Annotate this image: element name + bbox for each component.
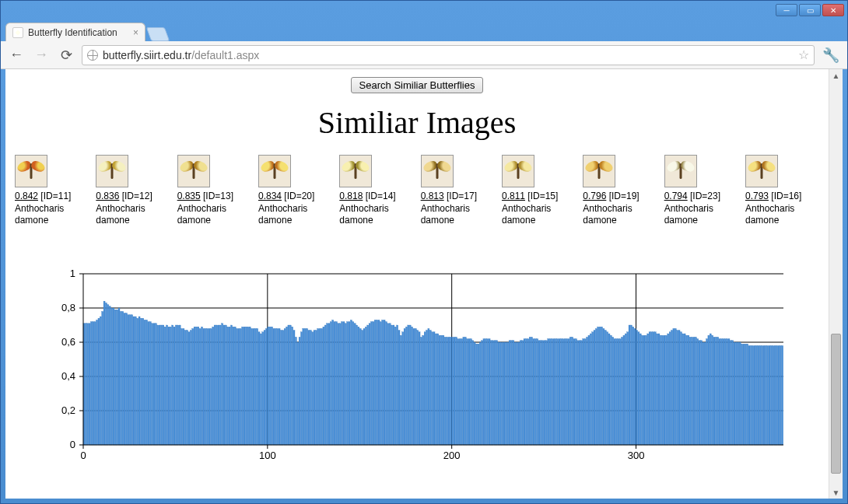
svg-rect-89 (233, 327, 234, 445)
bookmark-star-icon[interactable]: ☆ (798, 47, 809, 62)
svg-rect-55 (170, 327, 171, 445)
svg-rect-195 (428, 328, 429, 445)
svg-rect-295 (612, 337, 614, 445)
close-window-button[interactable]: ✕ (822, 4, 844, 16)
scroll-up-arrow-icon[interactable]: ▲ (829, 69, 843, 82)
svg-rect-235 (502, 342, 503, 445)
result-thumbnail[interactable] (745, 155, 778, 187)
url-path: /default1.aspx (191, 49, 259, 61)
svg-rect-82 (219, 325, 221, 445)
new-tab-button[interactable] (146, 27, 170, 41)
svg-rect-310 (640, 334, 641, 445)
svg-rect-315 (649, 332, 650, 445)
result-thumbnail[interactable] (96, 155, 128, 187)
result-id: [ID=13] (201, 191, 233, 201)
svg-rect-250 (529, 337, 531, 445)
result-thumbnail[interactable] (502, 155, 534, 187)
svg-rect-140 (327, 324, 328, 445)
svg-rect-187 (413, 328, 415, 445)
tab-close-icon[interactable]: × (133, 27, 138, 38)
result-score[interactable]: 0.836 (96, 191, 119, 201)
result-score[interactable]: 0.794 (664, 191, 688, 201)
svg-rect-299 (619, 338, 621, 444)
result-item: 0.811 [ID=15]Anthocharis damone (502, 155, 576, 227)
result-thumbnail[interactable] (258, 155, 291, 187)
result-thumbnail[interactable] (177, 155, 210, 187)
vertical-scrollbar[interactable]: ▲ ▼ (829, 69, 843, 499)
svg-rect-331 (678, 330, 680, 444)
svg-rect-20 (105, 303, 107, 445)
back-button[interactable]: ← (7, 46, 26, 65)
svg-rect-148 (342, 321, 343, 444)
svg-rect-39 (140, 318, 142, 445)
svg-rect-224 (482, 341, 483, 445)
svg-rect-341 (697, 338, 699, 444)
minimize-button[interactable]: ─ (776, 4, 797, 16)
svg-rect-272 (569, 337, 571, 445)
result-score[interactable]: 0.793 (745, 191, 769, 201)
browser-tab[interactable]: Butterfly Identification × (5, 23, 145, 41)
wrench-menu-icon[interactable]: 🔧 (821, 45, 841, 65)
maximize-button[interactable]: ▭ (799, 4, 821, 16)
result-thumbnail[interactable] (421, 155, 454, 187)
svg-rect-356 (724, 338, 726, 444)
svg-rect-181 (402, 332, 404, 445)
svg-rect-31 (125, 313, 127, 444)
svg-rect-56 (172, 325, 173, 445)
reload-button[interactable]: ⟳ (57, 46, 75, 65)
svg-rect-359 (730, 341, 731, 445)
result-score[interactable]: 0.796 (583, 191, 606, 201)
svg-rect-321 (660, 335, 661, 445)
svg-rect-276 (577, 341, 579, 445)
svg-rect-191 (420, 337, 422, 445)
result-thumbnail[interactable] (583, 155, 615, 187)
scroll-thumb[interactable] (831, 334, 841, 474)
result-thumbnail[interactable] (339, 155, 372, 187)
svg-rect-237 (505, 342, 506, 445)
svg-rect-234 (499, 342, 501, 445)
svg-rect-346 (706, 338, 708, 444)
svg-rect-123 (295, 337, 296, 445)
result-score[interactable]: 0.811 (502, 191, 525, 201)
result-item: 0.836 [ID=12]Anthocharis damone (96, 155, 170, 227)
result-thumbnail[interactable] (15, 155, 47, 187)
svg-rect-208 (452, 337, 454, 445)
result-score[interactable]: 0.818 (339, 191, 363, 201)
result-score[interactable]: 0.842 (15, 191, 38, 201)
svg-rect-126 (300, 332, 302, 445)
result-meta: 0.813 [ID=17]Anthocharis damone (421, 191, 495, 227)
result-score[interactable]: 0.835 (177, 191, 201, 201)
search-similar-button[interactable]: Search Similiar Butterflies (351, 77, 484, 93)
svg-rect-32 (128, 315, 129, 445)
svg-rect-264 (555, 338, 556, 444)
forward-button[interactable]: → (32, 46, 51, 65)
svg-rect-306 (632, 327, 634, 445)
address-bar[interactable]: butterfly.siirt.edu.tr/default1.aspx ☆ (82, 45, 815, 65)
svg-rect-209 (454, 337, 455, 445)
scroll-down-arrow-icon[interactable]: ▼ (829, 486, 843, 499)
svg-rect-188 (415, 328, 416, 445)
svg-rect-54 (168, 327, 170, 445)
svg-rect-86 (227, 327, 229, 445)
result-id: [ID=15] (525, 191, 558, 201)
result-thumbnail[interactable] (664, 155, 697, 187)
svg-rect-144 (334, 321, 335, 444)
svg-rect-16 (98, 318, 100, 445)
browser-window: ─ ▭ ✕ Butterfly Identification × ← → ⟳ b… (0, 0, 848, 504)
svg-rect-101 (254, 328, 256, 445)
svg-rect-220 (474, 342, 475, 445)
svg-rect-91 (237, 328, 238, 445)
result-score[interactable]: 0.813 (421, 191, 444, 201)
svg-rect-114 (279, 328, 280, 445)
svg-rect-350 (713, 337, 715, 445)
result-score[interactable]: 0.834 (258, 191, 282, 201)
svg-rect-349 (712, 335, 713, 445)
svg-rect-41 (144, 320, 145, 445)
svg-rect-112 (275, 328, 276, 445)
svg-rect-301 (623, 335, 625, 445)
svg-rect-302 (625, 334, 626, 445)
svg-rect-288 (599, 327, 601, 445)
svg-rect-257 (542, 341, 544, 445)
svg-rect-245 (520, 341, 521, 445)
svg-rect-50 (160, 325, 162, 445)
